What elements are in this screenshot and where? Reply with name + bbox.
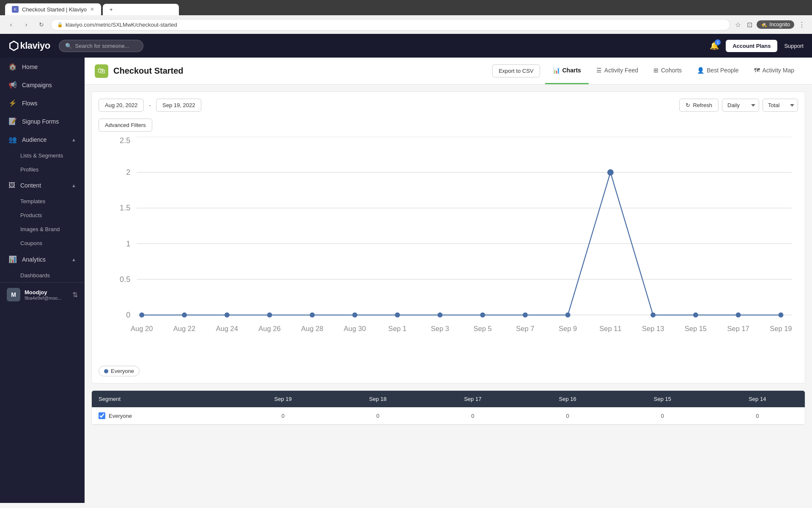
global-search[interactable]: 🔍 [59,40,143,52]
svg-text:Sep 19: Sep 19 [770,325,792,333]
best-people-icon: 👤 [697,67,704,74]
notifications-bell[interactable]: 🔔 1 [710,41,719,50]
sidebar-item-analytics-label: Analytics [22,256,46,263]
user-avatar: M [7,288,20,301]
svg-point-15 [267,312,272,318]
support-link[interactable]: Support [784,43,804,49]
analytics-icon: 📊 [8,255,17,263]
svg-point-16 [310,312,315,318]
segment-name: Everyone [109,413,132,419]
notification-count: 1 [715,39,721,45]
sidebar-item-audience-label: Audience [22,136,47,143]
tab-charts[interactable]: 📊 Charts [545,58,589,84]
sidebar-item-audience[interactable]: 👥 Audience ▲ [0,130,85,149]
svg-point-17 [352,312,357,318]
back-button[interactable]: ‹ [5,19,17,30]
url-text: klaviyo.com/metric/SXLMwK/checkout-start… [66,22,177,28]
chart-svg: 0 0.5 1 1.5 2 2.5 [99,137,798,359]
sidebar-item-content[interactable]: 🖼 Content ▲ [0,177,85,194]
bookmark-icon[interactable]: ☆ [733,19,743,30]
sidebar-item-flows[interactable]: ⚡ Flows [0,94,85,112]
date-to-button[interactable]: Sep 19, 2022 [156,99,201,112]
svg-text:Sep 11: Sep 11 [599,325,621,333]
sidebar-item-images-brand[interactable]: Images & Brand [0,222,85,236]
sidebar-item-analytics[interactable]: 📊 Analytics ▲ [0,250,85,268]
sidebar-item-home-label: Home [22,64,38,70]
table-cell-sep16: 0 [520,407,615,425]
analytics-expand-icon: ▲ [71,257,76,262]
new-tab-button[interactable]: + [103,4,179,15]
svg-text:Aug 28: Aug 28 [301,325,323,333]
table-header-sep16: Sep 16 [520,391,615,407]
sidebar-item-products[interactable]: Products [0,208,85,222]
table-header-row: Segment Sep 19 Sep 18 Sep 17 Sep 16 Sep … [92,391,805,407]
sidebar-item-campaigns[interactable]: 📢 Campaigns [0,76,85,94]
search-input[interactable] [75,43,134,49]
sidebar-item-templates[interactable]: Templates [0,194,85,208]
sidebar-item-signup-forms[interactable]: 📝 Signup Forms [0,112,85,130]
refresh-button[interactable]: ↻ Refresh [679,99,719,112]
sidebar-item-campaigns-label: Campaigns [22,82,52,88]
forward-button[interactable]: › [20,19,32,30]
granularity-select[interactable]: Daily Weekly Monthly [722,99,759,112]
svg-text:Sep 17: Sep 17 [727,325,749,333]
audience-expand-icon: ▲ [71,137,76,142]
activity-map-icon: 🗺 [754,67,760,74]
sidebar-item-home[interactable]: 🏠 Home [0,58,85,76]
content-icon: 🖼 [8,182,15,189]
table-cell-sep15: 0 [615,407,710,425]
sidebar-item-content-label: Content [20,182,41,189]
svg-point-23 [607,169,614,176]
svg-text:Sep 3: Sep 3 [431,325,449,333]
advanced-filters-button[interactable]: Advanced Filters [99,119,152,132]
export-csv-button[interactable]: Export to CSV [492,64,540,77]
table-cell-sep19: 0 [236,407,330,425]
svg-point-12 [139,312,144,318]
sidebar-item-lists-segments[interactable]: Lists & Segments [0,149,85,163]
campaigns-icon: 📢 [8,81,17,89]
page-header: 🛍 Checkout Started Export to CSV 📊 Chart… [85,58,812,85]
tab-cohorts[interactable]: ⊞ Cohorts [646,58,689,84]
date-separator: - [149,102,151,109]
klaviyo-logo: ⬡ klaviyo [8,39,50,53]
active-tab[interactable]: K Checkout Started | Klaviyo ✕ [5,3,101,15]
chart-area: 0 0.5 1 1.5 2 2.5 [99,137,798,361]
metric-select[interactable]: Total Unique [763,99,798,112]
svg-text:1.5: 1.5 [120,204,130,212]
tab-best-people[interactable]: 👤 Best People [689,58,746,84]
segment-checkbox-everyone[interactable] [99,412,105,419]
refresh-label: Refresh [693,102,712,108]
chart-controls-right: ↻ Refresh Daily Weekly Monthly Total Uni… [679,99,798,112]
table-header-sep19: Sep 19 [236,391,330,407]
sidebar-item-dashboards[interactable]: Dashboards [0,268,85,282]
extensions-icon[interactable]: ⊡ [745,19,754,30]
address-bar[interactable]: 🔒 klaviyo.com/metric/SXLMwK/checkout-sta… [51,19,730,30]
data-table-container: Segment Sep 19 Sep 18 Sep 17 Sep 16 Sep … [91,390,805,425]
table-cell-sep18: 0 [330,407,425,425]
tab-activity-feed[interactable]: ☰ Activity Feed [589,58,646,84]
user-name: Moodjoy [25,289,68,295]
cohorts-icon: ⊞ [653,67,658,74]
date-from-button[interactable]: Aug 20, 2022 [99,99,144,112]
tab-title: Checkout Started | Klaviyo [22,6,87,13]
svg-point-24 [650,312,656,318]
sidebar-item-profiles[interactable]: Profiles [0,163,85,177]
svg-point-25 [693,312,698,318]
sidebar: 🏠 Home 📢 Campaigns ⚡ Flows 📝 Signup Form… [0,58,85,503]
table-header-sep17: Sep 17 [425,391,520,407]
tab-close-button[interactable]: ✕ [90,6,94,12]
svg-text:Aug 20: Aug 20 [131,325,153,333]
svg-text:Sep 13: Sep 13 [642,325,664,333]
table-header-sep15: Sep 15 [615,391,710,407]
svg-text:Aug 26: Aug 26 [258,325,280,333]
tab-activity-map[interactable]: 🗺 Activity Map [746,58,802,84]
sidebar-item-coupons[interactable]: Coupons [0,236,85,250]
svg-text:Sep 7: Sep 7 [516,325,534,333]
top-nav-right: 🔔 1 Account Plans Support [710,40,804,52]
everyone-legend-badge[interactable]: Everyone [99,366,140,376]
user-profile-bar[interactable]: M Moodjoy 9ba4e9ef@moo... ⇅ [0,282,85,306]
reload-button[interactable]: ↻ [36,19,47,30]
menu-icon[interactable]: ⋮ [797,19,807,30]
shopify-icon: 🛍 [95,64,108,78]
account-plans-button[interactable]: Account Plans [726,40,777,52]
